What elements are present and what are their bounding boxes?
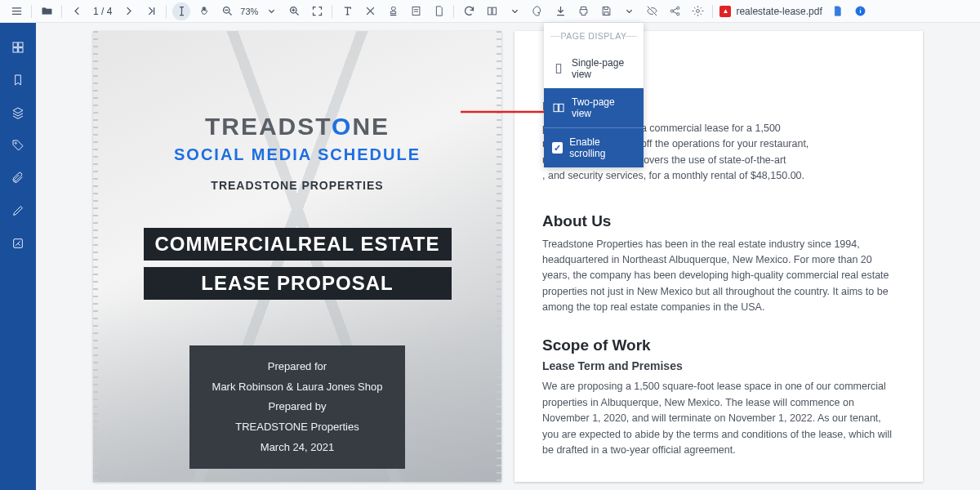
svg-point-8: [697, 10, 700, 13]
chevron-down-icon[interactable]: [506, 2, 523, 20]
section-body: Treadstone Properties has been in the re…: [542, 237, 895, 316]
section-heading: About Us: [542, 212, 895, 230]
page-counter[interactable]: 1 / 4: [93, 6, 112, 17]
menu-icon[interactable]: [7, 2, 25, 20]
prepared-block: Prepared for Mark Robinson & Laura Jones…: [189, 345, 406, 469]
bookmark-add-icon[interactable]: [829, 2, 847, 20]
svg-rect-18: [554, 104, 558, 111]
share-icon[interactable]: [666, 2, 684, 20]
svg-rect-13: [19, 48, 23, 52]
svg-rect-12: [13, 48, 17, 52]
company-name: TREADSTONE PROPERTIES: [126, 179, 469, 192]
download-icon[interactable]: [551, 2, 569, 20]
left-sidebar: [0, 23, 36, 490]
svg-point-7: [677, 13, 679, 16]
section-heading: Available Facilities and Benefits: [542, 479, 895, 482]
svg-point-6: [677, 7, 679, 9]
draw-tool-icon[interactable]: [361, 2, 379, 20]
single-page-view-item[interactable]: Single-page view: [544, 49, 644, 88]
svg-point-5: [670, 10, 673, 12]
menu-header: PAGE DISPLAY: [544, 23, 644, 49]
color-picker-icon[interactable]: [528, 2, 546, 20]
separator: [61, 5, 62, 18]
page-display-icon[interactable]: [483, 2, 501, 20]
file-name: realestate-lease.pdf: [736, 6, 822, 17]
menu-item-label: Enable scrolling: [569, 136, 635, 159]
separator: [31, 5, 32, 18]
chevron-down-icon[interactable]: [620, 2, 638, 20]
separator: [332, 5, 332, 18]
tags-panel-icon[interactable]: [7, 134, 29, 157]
single-page-icon: [552, 62, 565, 75]
chevron-down-icon[interactable]: [262, 2, 280, 20]
menu-item-label: Two-page view: [572, 96, 635, 119]
page-tool-icon[interactable]: [430, 2, 448, 20]
open-file-pill[interactable]: ▲ realestate-lease.pdf: [719, 6, 822, 17]
rotate-icon[interactable]: [460, 2, 478, 20]
pdf-file-icon: ▲: [719, 6, 731, 17]
separator: [166, 5, 167, 18]
sign-panel-icon[interactable]: [7, 232, 29, 255]
last-page-icon[interactable]: [142, 2, 160, 20]
svg-rect-3: [488, 7, 491, 15]
brand-logo: TREADSTONE: [126, 113, 469, 140]
separator: [453, 5, 454, 18]
document-viewer[interactable]: TREADSTONE SOCIAL MEDIA SCHEDULE TREADST…: [36, 23, 980, 490]
svg-rect-10: [13, 42, 17, 47]
top-toolbar: 1 / 4 73% ▲ realestate-lease.pdf: [0, 0, 980, 23]
fit-screen-icon[interactable]: [308, 2, 326, 20]
edit-panel-icon[interactable]: [7, 199, 29, 222]
bookmarks-panel-icon[interactable]: [7, 69, 29, 91]
stamp-tool-icon[interactable]: [384, 2, 402, 20]
menu-item-label: Single-page view: [572, 57, 635, 80]
section-body: We are proposing a 1,500 square-foot lea…: [542, 379, 895, 458]
save-icon[interactable]: [597, 2, 615, 20]
page-1: TREADSTONE SOCIAL MEDIA SCHEDULE TREADST…: [93, 31, 501, 482]
thumbnails-panel-icon[interactable]: [7, 36, 29, 59]
separator: [712, 5, 713, 18]
open-file-icon[interactable]: [38, 2, 56, 20]
svg-rect-17: [556, 65, 560, 74]
section-heading: Scope of Work: [542, 336, 895, 354]
two-page-icon: [552, 101, 565, 114]
zoom-level[interactable]: 73%: [240, 7, 258, 16]
attachments-panel-icon[interactable]: [7, 167, 29, 189]
enable-scrolling-item[interactable]: ✓ Enable scrolling: [544, 127, 644, 167]
svg-rect-11: [19, 42, 23, 47]
settings-icon[interactable]: [688, 2, 706, 20]
zoom-out-icon[interactable]: [218, 2, 236, 20]
prev-page-icon[interactable]: [68, 2, 86, 20]
svg-rect-19: [559, 104, 564, 111]
svg-rect-2: [412, 7, 420, 16]
layers-panel-icon[interactable]: [7, 101, 29, 124]
print-icon[interactable]: [574, 2, 592, 20]
info-icon[interactable]: [852, 2, 870, 20]
page-display-menu: PAGE DISPLAY Single-page view Two-page v…: [544, 23, 644, 167]
zoom-in-icon[interactable]: [285, 2, 303, 20]
visibility-off-icon[interactable]: [643, 2, 661, 20]
svg-point-14: [15, 142, 16, 144]
checkbox-checked-icon: ✓: [552, 142, 563, 154]
brand-subtitle: SOCIAL MEDIA SCHEDULE: [126, 145, 469, 164]
cover-title: COMMERCIALREAL ESTATE LEASE PROPOSAL: [144, 221, 452, 300]
text-select-tool-icon[interactable]: [172, 2, 190, 20]
text-tool-icon[interactable]: [338, 2, 356, 20]
form-tool-icon[interactable]: [407, 2, 425, 20]
section-subheading: Lease Term and Premises: [542, 359, 895, 372]
hand-tool-icon[interactable]: [195, 2, 213, 20]
svg-rect-4: [492, 7, 496, 15]
next-page-icon[interactable]: [119, 2, 137, 20]
two-page-view-item[interactable]: Two-page view: [544, 88, 644, 127]
